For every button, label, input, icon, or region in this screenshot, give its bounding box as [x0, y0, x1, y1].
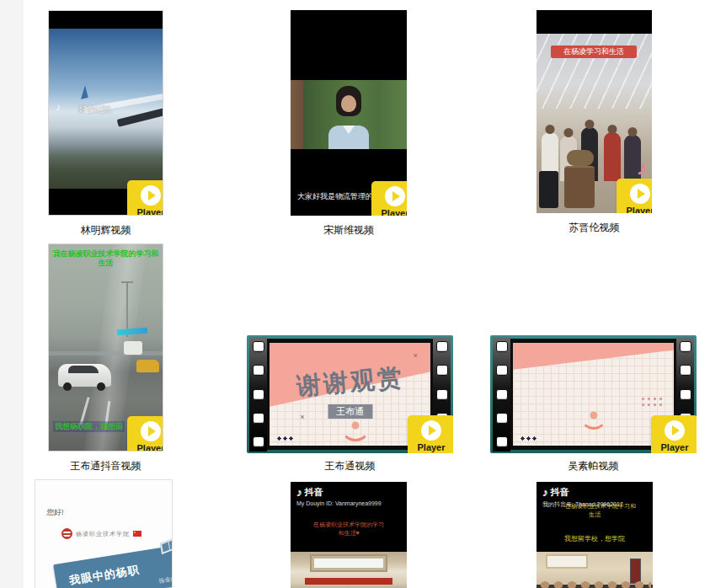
video-thumbnail-lin[interactable]: ♪ 好的记忆 Player: [48, 10, 163, 216]
player-badge[interactable]: Player: [127, 180, 163, 216]
video-card-classroom: ♪ 抖音 我的抖音号: Thanad.29962017 在杨凌职业技术学院学习和…: [536, 482, 653, 588]
video-subtitle: 大家好我是物流管理的一: [297, 191, 381, 202]
video-overlay-text-bottom: 我想杨职院，我想回: [53, 421, 125, 432]
tiktok-logo-icon: ♪: [296, 486, 302, 499]
video-card-conference: ♪ 抖音 My Douyin ID: Vanmarynea9999 在杨凌职业技…: [291, 482, 407, 588]
video-thumbnail-wang-douyin[interactable]: ♪ 我在杨凌职业技术学院的学习和生活 我想杨职院，我想回 Player: [48, 243, 163, 452]
video-thumbnail-song[interactable]: 大家好我是物流管理的一 Player: [291, 10, 407, 216]
white-van: [124, 341, 142, 355]
slide-title-banner: 我眼中的杨职 徐金山: [53, 544, 173, 588]
student-heads: [538, 580, 651, 588]
douyin-id-text: 我的抖音号: Thanad.29962017: [542, 500, 623, 509]
airplane-winglet: [78, 86, 88, 100]
player-badge[interactable]: Player: [408, 415, 453, 453]
video-overlay-text: 生活: [589, 510, 601, 519]
dots-doodle: [520, 436, 538, 441]
thanks-slide: × × 谢谢观赏 王布通: [270, 343, 430, 446]
play-icon: [385, 186, 405, 206]
video-card-lin: ♪ 好的记忆 Player 林明辉视频: [48, 10, 163, 238]
slide-greeting: 您好!: [46, 507, 64, 518]
pink-wedge: [513, 343, 674, 446]
play-icon: [630, 184, 650, 204]
grid-slide: [513, 343, 674, 446]
video-card-song: 大家好我是物流管理的一 Player 宋斯维视频: [291, 10, 407, 238]
video-card-su: ♪ ♪ 在杨凌学习和生活 Player 苏晋伦视频: [536, 10, 652, 235]
tiktok-logo-icon: ♪: [542, 486, 548, 499]
play-icon: [421, 420, 441, 441]
airplane-sky-scene: ♪ 好的记忆: [49, 29, 163, 189]
video-overlay-text: 在杨凌职业技术学院的学习: [291, 521, 407, 529]
music-note-sticker-icon: ♪: [635, 154, 649, 182]
dots-doodle: [640, 396, 663, 409]
conference-hall-scene: [291, 552, 407, 588]
douyin-brand-name: 抖音: [305, 486, 323, 499]
road-barrier: [49, 351, 163, 355]
video-overlay-text: 我想留学校，想学院: [536, 534, 653, 543]
film-sprockets-left: [249, 337, 267, 452]
person-face: [341, 95, 356, 112]
travel-bag: [567, 150, 594, 166]
doodle-x-icon: ×: [300, 413, 304, 421]
play-icon: [665, 420, 685, 441]
video-caption: 吴素帕视频: [490, 459, 697, 473]
film-sprockets-left: [493, 337, 510, 452]
douyin-id-text: My Douyin ID: Vanmarynea9999: [296, 500, 382, 506]
video-thumbnail-wu[interactable]: Player: [490, 335, 697, 453]
douyin-brand-name: 抖音: [551, 486, 569, 499]
classroom-window: [546, 554, 588, 569]
video-thumbnail-slide[interactable]: 您好! 杨凌职业技术学院 我眼中的杨职 徐金山: [35, 479, 173, 588]
airplane-wing-flap: [117, 108, 163, 126]
smiley-doodle: [340, 411, 371, 441]
page-left-margin: [0, 0, 24, 588]
stage-banner: [305, 578, 393, 585]
slide-author: 徐金山: [158, 575, 173, 585]
ceiling-panel: [312, 556, 386, 570]
player-badge[interactable]: Player: [127, 416, 163, 452]
video-thumbnail-classroom[interactable]: ♪ 抖音 我的抖音号: Thanad.29962017 在杨凌职业技术学院学习和…: [536, 482, 653, 588]
interview-photo-band: [291, 80, 407, 149]
person-shirt: [328, 126, 369, 149]
video-overlay-text: 和生活♥: [291, 529, 407, 537]
player-badge[interactable]: Player: [371, 181, 407, 216]
dots-doodle: [276, 436, 295, 441]
white-sedan: [58, 364, 111, 387]
douyin-brand-row: ♪ 抖音: [542, 486, 569, 499]
video-thumbnail-conference[interactable]: ♪ 抖音 My Douyin ID: Vanmarynea9999 在杨凌职业技…: [291, 482, 407, 588]
suitcase: [564, 166, 595, 208]
video-banner-text: 在杨凌学习和生活: [551, 45, 637, 58]
video-caption: 王布通抖音视频: [48, 459, 163, 473]
video-card-wang-douyin: ♪ 我在杨凌职业技术学院的学习和生活 我想杨职院，我想回 Player 王布通抖…: [48, 243, 163, 473]
video-caption: 苏晋伦视频: [536, 221, 652, 235]
douyin-brand-row: ♪ 抖音: [296, 486, 323, 499]
player-badge[interactable]: Player: [617, 179, 652, 213]
slide-title: 我眼中的杨职: [53, 544, 173, 588]
video-caption: 宋斯维视频: [291, 223, 407, 238]
smiley-doodle: [580, 403, 607, 430]
classroom-scene: [536, 552, 653, 588]
doodle-x-icon: ×: [413, 351, 417, 360]
video-card-wu: Player 吴素帕视频: [490, 335, 697, 473]
video-caption: 王布通视频: [247, 459, 453, 473]
play-icon: [141, 185, 161, 206]
school-emblem-icon: [61, 528, 72, 539]
tiktok-watermark-icon: ♪: [56, 101, 61, 113]
suitcase: [539, 171, 558, 208]
person-silhouette: [604, 132, 621, 181]
play-icon: [141, 421, 161, 441]
video-thumbnail-su[interactable]: ♪ ♪ 在杨凌学习和生活 Player: [536, 10, 652, 213]
school-name: 杨凌职业技术学院: [76, 530, 130, 538]
video-thumbnail-wang[interactable]: × × 谢谢观赏 王布通 Player: [247, 335, 453, 453]
video-caption: 林明辉视频: [48, 223, 163, 238]
video-overlay-text: 好的记忆: [78, 104, 112, 115]
video-card-slide: 您好! 杨凌职业技术学院 我眼中的杨职 徐金山: [35, 479, 173, 588]
yellow-taxi: [136, 360, 159, 372]
china-flag-icon: [133, 531, 141, 537]
video-card-wang: × × 谢谢观赏 王布通 Player 王布通视频: [247, 335, 453, 473]
player-badge[interactable]: Player: [651, 415, 697, 453]
school-logo-row: 杨凌职业技术学院: [61, 528, 141, 539]
video-overlay-text-top: 我在杨凌职业技术学院的学习和生活: [52, 249, 159, 268]
students-group: [536, 585, 653, 588]
